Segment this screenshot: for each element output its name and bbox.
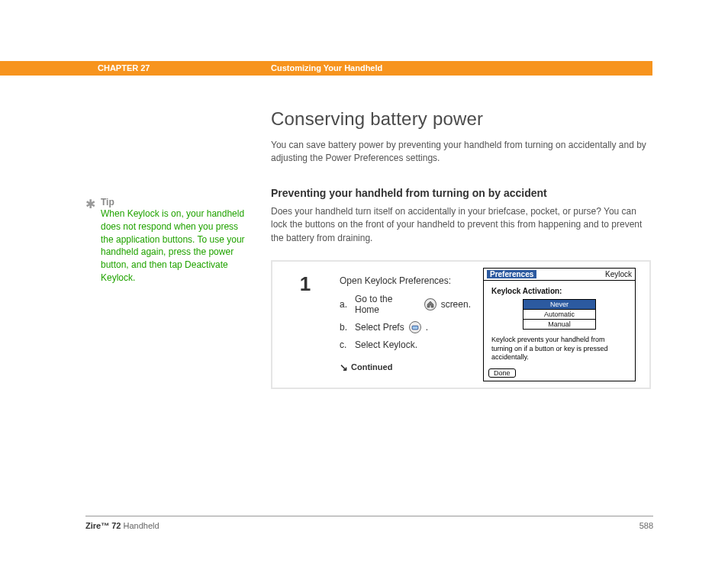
item-text: Select Keylock. bbox=[355, 339, 417, 350]
option-never: Never bbox=[523, 299, 596, 310]
item-text-pre: Select Prefs bbox=[355, 322, 404, 333]
body-paragraph: Does your handheld turn itself on accide… bbox=[271, 205, 652, 245]
product-bold: Zire™ 72 bbox=[85, 521, 121, 530]
step-box: 1 Open Keylock Preferences: a. Go to the… bbox=[271, 260, 651, 389]
device-screenshot-col: Preferences Keylock Keylock Activation: … bbox=[475, 268, 643, 381]
item-text-post: . bbox=[426, 322, 428, 333]
header-bar: CHAPTER 27 Customizing Your Handheld bbox=[0, 61, 652, 76]
step-number: 1 bbox=[279, 272, 332, 296]
prefs-icon bbox=[409, 321, 421, 333]
continued-label: Continued bbox=[351, 362, 392, 372]
main-content: Conserving battery power You can save ba… bbox=[271, 108, 652, 389]
tip-block: ✱ Tip When Keylock is on, your handheld … bbox=[85, 197, 246, 285]
svg-rect-0 bbox=[412, 326, 418, 330]
device-description: Keylock prevents your handheld from turn… bbox=[491, 336, 627, 362]
item-text-post: screen. bbox=[441, 299, 471, 310]
product-name: Zire™ 72 Handheld bbox=[85, 521, 159, 530]
tip-label: Tip bbox=[101, 197, 246, 208]
section-label: Customizing Your Handheld bbox=[271, 63, 382, 72]
step-number-cell: 1 bbox=[279, 268, 332, 381]
item-marker: b. bbox=[340, 322, 350, 333]
device-options: Never Automatic Manual bbox=[523, 299, 596, 330]
step-lead: Open Keylock Preferences: bbox=[340, 275, 471, 286]
list-item: a. Go to the Home screen. bbox=[340, 294, 471, 315]
step-body: Open Keylock Preferences: a. Go to the H… bbox=[332, 268, 475, 381]
arrow-down-right-icon: ↘ bbox=[340, 362, 348, 372]
page-footer: Zire™ 72 Handheld 588 bbox=[85, 516, 653, 530]
item-text-pre: Go to the Home bbox=[355, 294, 420, 315]
intro-paragraph: You can save battery power by preventing… bbox=[271, 139, 652, 166]
device-preferences-label: Preferences bbox=[487, 270, 536, 278]
item-marker: c. bbox=[340, 339, 350, 350]
chapter-label: CHAPTER 27 bbox=[98, 63, 150, 72]
continued-marker: ↘ Continued bbox=[340, 362, 471, 372]
device-titlebar: Preferences Keylock bbox=[484, 269, 635, 281]
subheading: Preventing your handheld from turning on… bbox=[271, 187, 652, 199]
home-icon bbox=[424, 298, 436, 310]
option-automatic: Automatic bbox=[523, 309, 596, 320]
product-rest: Handheld bbox=[121, 521, 159, 530]
item-marker: a. bbox=[340, 299, 350, 310]
option-manual: Manual bbox=[523, 319, 596, 330]
list-item: b. Select Prefs . bbox=[340, 321, 471, 333]
tip-text: When Keylock is on, your handheld does n… bbox=[101, 208, 246, 285]
device-body: Keylock Activation: Never Automatic Manu… bbox=[484, 281, 635, 381]
device-corner-label: Keylock bbox=[605, 270, 632, 278]
device-done-button: Done bbox=[488, 368, 516, 378]
page-number: 588 bbox=[639, 521, 653, 530]
tip-star-icon: ✱ bbox=[85, 197, 95, 211]
list-item: c. Select Keylock. bbox=[340, 339, 471, 350]
device-heading: Keylock Activation: bbox=[491, 287, 627, 295]
page-title: Conserving battery power bbox=[271, 108, 652, 130]
step-list: a. Go to the Home screen. b. Select Pref… bbox=[340, 294, 471, 350]
device-screenshot: Preferences Keylock Keylock Activation: … bbox=[483, 268, 636, 381]
